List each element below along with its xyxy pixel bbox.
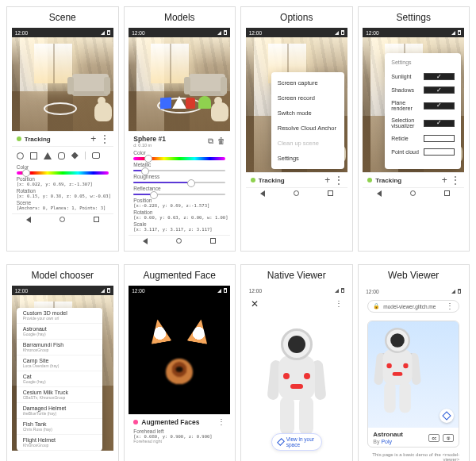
- nav-home-icon[interactable]: [410, 190, 416, 196]
- menu-switch-mode[interactable]: Switch mode: [271, 106, 344, 121]
- astronaut-model[interactable]: [267, 328, 326, 440]
- shape-prism-button[interactable]: [44, 152, 52, 159]
- chooser-option[interactable]: Damaged HelmettheBlueTurtle (hay): [17, 403, 102, 419]
- battery-icon: [458, 289, 461, 294]
- nav-back-icon[interactable]: [377, 190, 382, 197]
- nav-recents-icon[interactable]: [94, 217, 99, 222]
- battery-icon: [224, 288, 227, 293]
- setting-plane-checkbox[interactable]: ✓: [424, 102, 455, 109]
- ar-cube-icon: [277, 438, 285, 446]
- browser-menu-button[interactable]: ⋮: [446, 302, 454, 310]
- model-chooser-list[interactable]: Custom 3D modelProvide your own urlAstro…: [17, 308, 102, 451]
- chooser-option[interactable]: CatGoogle (hay): [17, 371, 102, 387]
- color-slider[interactable]: [133, 157, 225, 160]
- shape-cylinder-button[interactable]: [58, 152, 65, 159]
- phone-chooser: 12:00 Custom 3D modelProvide your own ur…: [12, 286, 113, 451]
- chooser-option[interactable]: Flight HelmetKhronosGroup: [17, 435, 102, 451]
- close-button[interactable]: ✕: [251, 298, 259, 309]
- add-button[interactable]: +: [440, 176, 448, 184]
- camera-icon[interactable]: [92, 152, 100, 159]
- nav-recents-icon[interactable]: [444, 190, 450, 196]
- setting-shadows-checkbox[interactable]: ✓: [424, 86, 455, 94]
- shape-model-button[interactable]: [71, 152, 79, 159]
- shape-sphere-button[interactable]: [17, 152, 24, 159]
- dog: [94, 102, 112, 121]
- title-settings: Settings: [397, 12, 431, 23]
- ar-scene[interactable]: [12, 37, 113, 131]
- chooser-option[interactable]: Cesium Milk TruckCBaSTv, KhronosGroup: [17, 387, 102, 403]
- ar-cube-icon: [443, 411, 451, 420]
- native-viewer-canvas[interactable]: View in your space: [246, 313, 347, 455]
- overflow-button[interactable]: ⋮: [335, 176, 343, 184]
- overflow-button[interactable]: ⋮: [217, 418, 225, 426]
- setting-reticle-checkbox[interactable]: [424, 135, 455, 142]
- shape-toolbar: [17, 150, 109, 163]
- battery-icon: [341, 288, 344, 293]
- model-prism[interactable]: [172, 96, 186, 109]
- settings-header: Settings: [385, 56, 461, 70]
- title-scene: Scene: [49, 12, 76, 23]
- roughness-slider[interactable]: [133, 182, 225, 183]
- nav-back-icon[interactable]: [26, 217, 31, 223]
- nav-recents-icon[interactable]: [210, 238, 216, 244]
- ar-fab-button[interactable]: [440, 409, 454, 423]
- title-options: Options: [280, 12, 313, 23]
- battery-icon: [341, 30, 344, 35]
- setting-sunlight-checkbox[interactable]: ✓: [424, 73, 455, 80]
- color-slider[interactable]: [17, 171, 109, 175]
- ar-scene[interactable]: Screen capture Screen record Switch mode…: [246, 37, 347, 172]
- cell-chooser: Model chooser 12:00 Custom 3D modelProvi…: [6, 264, 119, 461]
- phone-models: 12:00 Sphere #1 d: 0.10 m: [129, 28, 230, 246]
- author-link[interactable]: Poly: [381, 439, 392, 444]
- ar-scene[interactable]: Settings Sunlight✓ Shadows✓ Plane render…: [363, 37, 464, 172]
- nav-recents-icon[interactable]: [328, 190, 333, 196]
- setting-pointcloud-checkbox[interactable]: [424, 148, 455, 156]
- sofa: [72, 74, 109, 96]
- ar-scene[interactable]: [129, 37, 230, 131]
- chooser-option[interactable]: Barramundi FishKhronosGroup: [17, 340, 102, 355]
- chooser-option[interactable]: AstronautGoogle (hay): [17, 324, 102, 340]
- copy-button[interactable]: ⧉: [206, 137, 214, 145]
- shape-cube-button[interactable]: [30, 152, 37, 159]
- status-time: 12:00: [15, 30, 28, 36]
- view-in-space-button[interactable]: View in your space: [271, 433, 322, 451]
- battery-icon: [107, 288, 110, 293]
- phone-web: 12:00 🔒 model-viewer.glitch.me ⋮: [363, 286, 464, 461]
- reflectance-slider[interactable]: [133, 194, 225, 195]
- label-color: Color: [17, 164, 109, 170]
- status-time: 12:00: [366, 30, 378, 36]
- model-cylinder[interactable]: [186, 98, 195, 109]
- model-viewer-canvas[interactable]: [368, 321, 459, 428]
- chooser-option[interactable]: Camp SiteLuca Overdam (hay): [17, 355, 102, 371]
- model-author: By Poly: [373, 439, 425, 444]
- nav-home-icon[interactable]: [176, 238, 182, 244]
- menu-screen-capture[interactable]: Screen capture: [271, 75, 344, 90]
- astronaut-model[interactable]: [374, 328, 421, 417]
- add-button[interactable]: +: [324, 176, 332, 184]
- chooser-option[interactable]: Custom 3D modelProvide your own url: [17, 308, 102, 324]
- metallic-slider[interactable]: [133, 170, 225, 171]
- android-navbar: [12, 213, 113, 225]
- chooser-option[interactable]: Fish TankChris Ross (hay): [17, 419, 102, 435]
- face-truncated-label: Forehead right: [133, 439, 225, 444]
- menu-resolve-anchor[interactable]: Resolve Cloud Anchor: [271, 121, 344, 136]
- window-light: [34, 44, 72, 83]
- delete-button[interactable]: 🗑: [217, 137, 225, 145]
- nav-back-icon[interactable]: [260, 190, 265, 197]
- face-scene[interactable]: [129, 295, 230, 414]
- model-sub: d: 0.10 m: [133, 143, 203, 148]
- nav-back-icon[interactable]: [143, 238, 148, 244]
- nav-home-icon[interactable]: [60, 217, 65, 222]
- nav-home-icon[interactable]: [294, 190, 299, 196]
- menu-settings[interactable]: Settings: [271, 151, 344, 166]
- browser-url-bar[interactable]: 🔒 model-viewer.glitch.me ⋮: [367, 300, 459, 313]
- add-button[interactable]: +: [90, 135, 98, 143]
- menu-clean-scene: Clean up scene: [271, 136, 344, 151]
- setting-selection-checkbox[interactable]: ✓: [424, 120, 455, 127]
- overflow-button[interactable]: ⋮: [101, 135, 109, 143]
- menu-screen-record[interactable]: Screen record: [271, 90, 344, 106]
- overflow-button[interactable]: ⋮: [335, 300, 343, 308]
- model-cube[interactable]: [160, 98, 171, 109]
- overflow-button[interactable]: ⋮: [451, 176, 459, 184]
- model-android[interactable]: [198, 96, 211, 109]
